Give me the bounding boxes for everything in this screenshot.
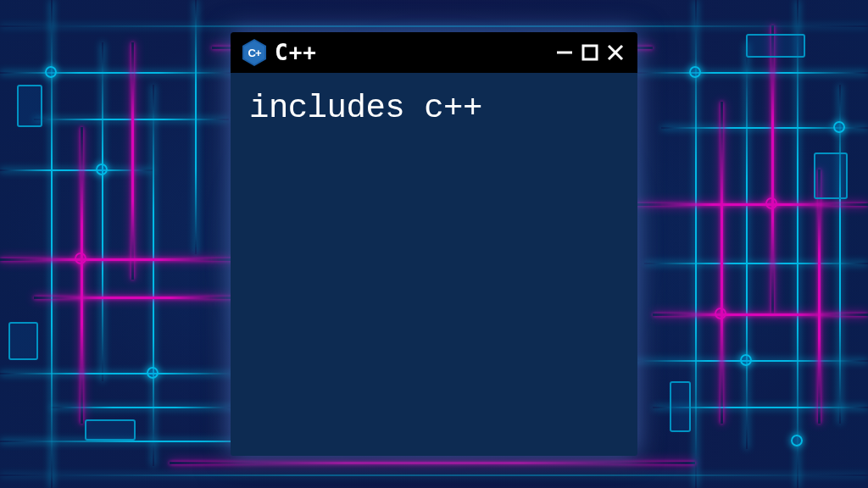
cpp-hexagon-icon: C+ [242, 39, 266, 66]
terminal-body[interactable]: includes c++ [231, 73, 637, 456]
terminal-content: includes c++ [249, 90, 619, 127]
window-title: C++ [275, 40, 317, 65]
close-button[interactable] [605, 42, 626, 63]
window-controls [554, 42, 626, 63]
svg-rect-1 [583, 46, 597, 59]
title-bar[interactable]: C+ C++ [231, 32, 637, 73]
terminal-window: C+ C++ includes c++ [231, 32, 637, 456]
maximize-button[interactable] [580, 42, 600, 63]
minimize-button[interactable] [554, 42, 575, 63]
